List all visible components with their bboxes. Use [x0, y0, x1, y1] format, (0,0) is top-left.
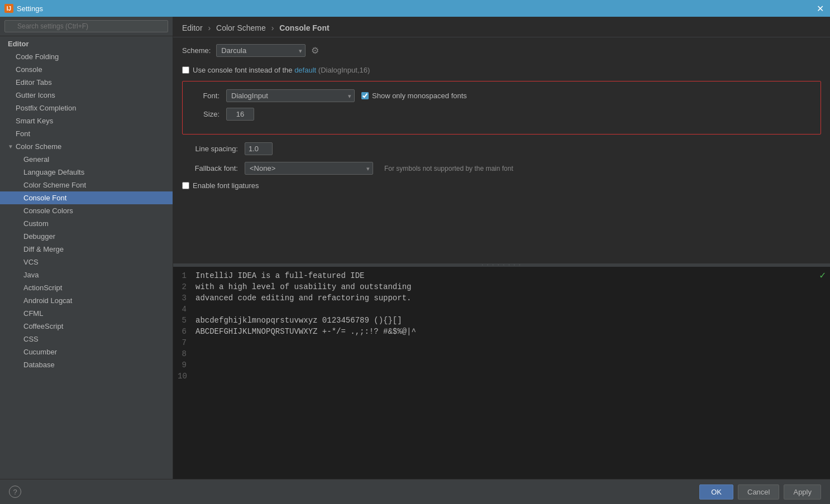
- mono-checkbox-row: Show only monospaced fonts: [361, 92, 467, 100]
- color-scheme-label: Color Scheme: [16, 142, 61, 151]
- sidebar-item-color-scheme-font[interactable]: Color Scheme Font: [0, 179, 173, 191]
- font-settings-box: Font: DialogInput Courier New Consolas M…: [182, 81, 821, 135]
- size-label: Size:: [192, 110, 220, 118]
- line-text-6: ABCDEFGHIJKLMNOPQRSTUVWXYZ +-*/= .,;:!? …: [193, 327, 416, 336]
- breadcrumb-color-scheme: Color Scheme: [216, 23, 266, 32]
- line-num-3: 3: [178, 294, 193, 303]
- preview-line-1: 1 IntelliJ IDEA is a full-featured IDE: [178, 270, 826, 281]
- search-bar: ⌕: [0, 17, 173, 36]
- preview-area: ✓ 1 IntelliJ IDEA is a full-featured IDE…: [173, 267, 830, 479]
- fallback-font-info: For symbols not supported by the main fo…: [384, 165, 513, 172]
- font-row-label: Font:: [192, 92, 220, 100]
- sidebar-item-general[interactable]: General: [0, 153, 173, 166]
- main-container: ⌕ Editor Code Folding Console Editor Tab…: [0, 17, 830, 479]
- line-text-4: [193, 305, 195, 314]
- sidebar-item-smart-keys[interactable]: Smart Keys: [0, 114, 173, 127]
- font-select[interactable]: DialogInput Courier New Consolas Monospa…: [226, 89, 355, 102]
- sidebar-item-language-defaults[interactable]: Language Defaults: [0, 166, 173, 179]
- sidebar-item-console[interactable]: Console: [0, 63, 173, 76]
- line-text-1: IntelliJ IDEA is a full-featured IDE: [193, 271, 364, 280]
- line-text-8: [193, 349, 195, 358]
- cancel-button[interactable]: Cancel: [738, 484, 779, 500]
- sidebar-item-debugger[interactable]: Debugger: [0, 230, 173, 243]
- sidebar-item-gutter-icons[interactable]: Gutter Icons: [0, 89, 173, 102]
- ligatures-row: Enable font ligatures: [182, 181, 821, 190]
- breadcrumb-editor: Editor: [182, 23, 203, 32]
- sidebar-item-cucumber[interactable]: Cucumber: [0, 345, 173, 358]
- line-spacing-input[interactable]: [245, 142, 273, 155]
- fallback-font-select[interactable]: <None>: [245, 162, 373, 175]
- sidebar-item-android-logcat[interactable]: Android Logcat: [0, 294, 173, 307]
- line-num-4: 4: [178, 305, 193, 314]
- preview-content: 1 IntelliJ IDEA is a full-featured IDE 2…: [173, 267, 830, 385]
- apply-button[interactable]: Apply: [784, 484, 821, 500]
- preview-line-5: 5 abcdefghijklmnopqrstuvwxyz 0123456789 …: [178, 315, 826, 326]
- use-console-font-row: Use console font instead of the default …: [182, 66, 821, 74]
- line-num-8: 8: [178, 349, 193, 358]
- fallback-select-wrapper: <None>: [245, 162, 373, 175]
- line-num-6: 6: [178, 327, 193, 336]
- show-monospaced-label: Show only monospaced fonts: [372, 92, 467, 100]
- sidebar-item-editor[interactable]: Editor: [0, 36, 173, 50]
- scheme-select-wrapper: Darcula Default High contrast: [216, 44, 306, 57]
- size-input[interactable]: [226, 108, 254, 121]
- sidebar-item-custom[interactable]: Custom: [0, 217, 173, 230]
- close-button[interactable]: ✕: [814, 3, 826, 14]
- breadcrumb-sep1: ›: [208, 23, 211, 32]
- preview-line-9: 9: [178, 359, 826, 371]
- line-text-10: [194, 372, 196, 381]
- line-num-5: 5: [178, 316, 193, 325]
- title-bar-left: IJ Settings: [4, 4, 43, 13]
- sidebar: ⌕ Editor Code Folding Console Editor Tab…: [0, 17, 173, 479]
- default-info: (DialogInput,16): [318, 66, 370, 74]
- breadcrumb-sep2: ›: [271, 23, 274, 32]
- preview-line-8: 8: [178, 348, 826, 359]
- help-button[interactable]: ?: [9, 486, 21, 498]
- sidebar-item-css[interactable]: CSS: [0, 333, 173, 345]
- bottom-buttons: OK Cancel Apply: [699, 484, 821, 500]
- ligatures-checkbox[interactable]: [182, 182, 189, 189]
- sidebar-item-console-font[interactable]: Console Font: [0, 191, 173, 204]
- content-area: Editor › Color Scheme › Console Font Sch…: [173, 17, 830, 479]
- breadcrumb-console-font: Console Font: [279, 23, 329, 32]
- line-text-3: advanced code editing and refactoring su…: [193, 294, 411, 303]
- line-text-5: abcdefghijklmnopqrstuvwxyz 0123456789 ()…: [193, 316, 402, 325]
- preview-line-4: 4: [178, 304, 826, 315]
- sidebar-item-console-colors[interactable]: Console Colors: [0, 204, 173, 217]
- sidebar-item-postfix-completion[interactable]: Postfix Completion: [0, 102, 173, 114]
- scheme-row: Scheme: Darcula Default High contrast ⚙: [182, 44, 821, 57]
- triangle-icon: ▼: [8, 143, 13, 150]
- gear-icon[interactable]: ⚙: [311, 45, 319, 56]
- sidebar-item-editor-tabs[interactable]: Editor Tabs: [0, 76, 173, 89]
- line-text-2: with a high level of usability and outst…: [193, 282, 411, 291]
- sidebar-item-coffeescript[interactable]: CoffeeScript: [0, 320, 173, 333]
- show-monospaced-checkbox[interactable]: [361, 92, 369, 99]
- preview-line-6: 6 ABCDEFGHIJKLMNOPQRSTUVWXYZ +-*/= .,;:!…: [178, 326, 826, 337]
- font-row: Font: DialogInput Courier New Consolas M…: [192, 89, 812, 102]
- fallback-font-row: Fallback font: <None> For symbols not su…: [182, 162, 821, 175]
- preview-check-icon: ✓: [819, 269, 826, 281]
- sidebar-item-java[interactable]: Java: [0, 268, 173, 281]
- line-num-9: 9: [178, 361, 193, 369]
- scheme-select[interactable]: Darcula Default High contrast: [216, 44, 306, 57]
- use-console-font-checkbox[interactable]: [182, 66, 189, 74]
- default-link[interactable]: default: [294, 66, 316, 74]
- bottom-bar: ? OK Cancel Apply: [0, 479, 830, 504]
- sidebar-item-actionscript[interactable]: ActionScript: [0, 281, 173, 294]
- sidebar-item-database[interactable]: Database: [0, 358, 173, 371]
- sidebar-group-color-scheme[interactable]: ▼ Color Scheme: [0, 140, 173, 153]
- settings-content: Scheme: Darcula Default High contrast ⚙ …: [173, 37, 830, 263]
- app-icon: IJ: [4, 4, 13, 13]
- sidebar-item-font[interactable]: Font: [0, 127, 173, 140]
- sidebar-item-vcs[interactable]: VCS: [0, 256, 173, 268]
- sidebar-item-cfml[interactable]: CFML: [0, 307, 173, 320]
- fallback-font-label: Fallback font:: [182, 164, 238, 172]
- ok-button[interactable]: OK: [699, 484, 733, 500]
- sidebar-item-diff-merge[interactable]: Diff & Merge: [0, 243, 173, 256]
- ligatures-label: Enable font ligatures: [193, 181, 259, 190]
- line-num-7: 7: [178, 338, 193, 347]
- line-num-10: 10: [178, 372, 194, 381]
- sidebar-item-code-folding[interactable]: Code Folding: [0, 50, 173, 63]
- search-input[interactable]: [4, 20, 168, 32]
- line-spacing-row: Line spacing:: [182, 142, 821, 155]
